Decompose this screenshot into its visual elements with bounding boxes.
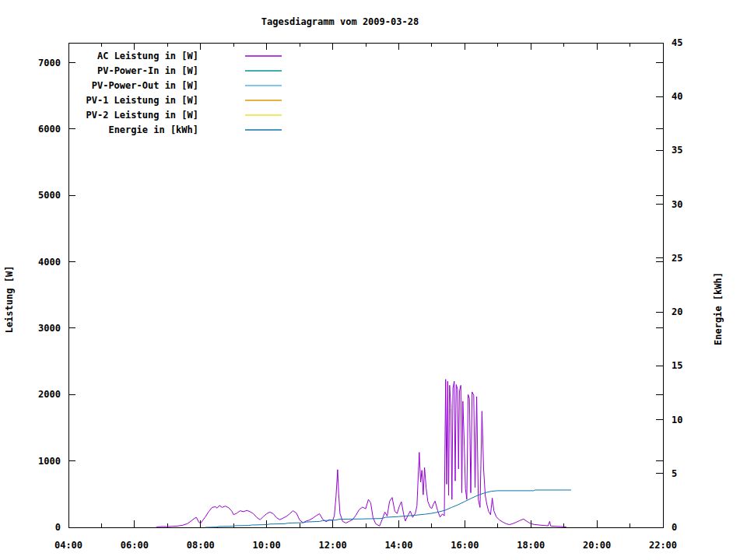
x-tick-label: 22:00 [649,540,677,551]
x-tick-label: 16:00 [451,540,479,551]
y-tick-label: 1000 [38,456,61,467]
series-line-0 [156,380,567,527]
y2-tick-label: 25 [672,253,682,264]
legend-label-pv-power-out: PV-Power-Out in [W] [92,80,198,91]
y2-tick-label: 30 [672,199,682,210]
y2-tick-label: 10 [672,415,682,425]
y2-tick-label: 45 [672,37,682,48]
legend: AC Leistung in [W] PV-Power-In in [W] PV… [86,51,282,135]
series-lines [156,380,572,527]
legend-label-pv1-leistung: PV-1 Leistung in [W] [86,95,199,106]
legend-label-pv2-leistung: PV-2 Leistung in [W] [86,110,199,121]
y-tick-label: 2000 [38,389,61,400]
y2-tick-label: 15 [672,360,682,371]
y-tick-label: 0 [55,522,61,533]
y2-tick-label: 35 [672,145,682,156]
y-tick-label: 7000 [38,58,61,68]
x-tick-label: 04:00 [54,540,82,551]
y-tick-label: 5000 [38,190,61,201]
legend-label-pv-power-in: PV-Power-In in [W] [97,65,198,76]
x-tick-label: 14:00 [384,540,412,551]
y-tick-label: 6000 [38,124,61,135]
y2-axis-title: Energie [kWh] [713,272,724,345]
x-tick-label: 06:00 [121,540,149,551]
chart-title: Tagesdiagramm vom 2009-03-28 [261,16,419,27]
y-tick-label: 4000 [38,257,61,268]
y-tick-label: 3000 [38,323,61,334]
x-tick-label: 12:00 [318,540,346,551]
tagesdiagramm-page: Tagesdiagramm vom 2009-03-28 Leistung [W… [0,0,747,560]
x-tick-label: 20:00 [583,540,611,551]
legend-label-energie: Energie in [kWh] [108,124,198,135]
y-axis-title: Leistung [W] [4,266,15,334]
pv-daily-chart: Tagesdiagramm vom 2009-03-28 Leistung [W… [0,0,747,560]
y2-tick-label: 0 [672,522,677,533]
legend-line-samples [245,56,282,130]
y2-tick-label: 5 [672,468,677,479]
y2-tick-label: 40 [672,91,682,102]
y2-tick-label: 20 [672,306,682,317]
legend-label-ac-leistung: AC Leistung in [W] [97,51,198,61]
x-tick-label: 18:00 [517,540,545,551]
x-tick-label: 10:00 [253,540,281,551]
x-tick-label: 08:00 [187,540,215,551]
